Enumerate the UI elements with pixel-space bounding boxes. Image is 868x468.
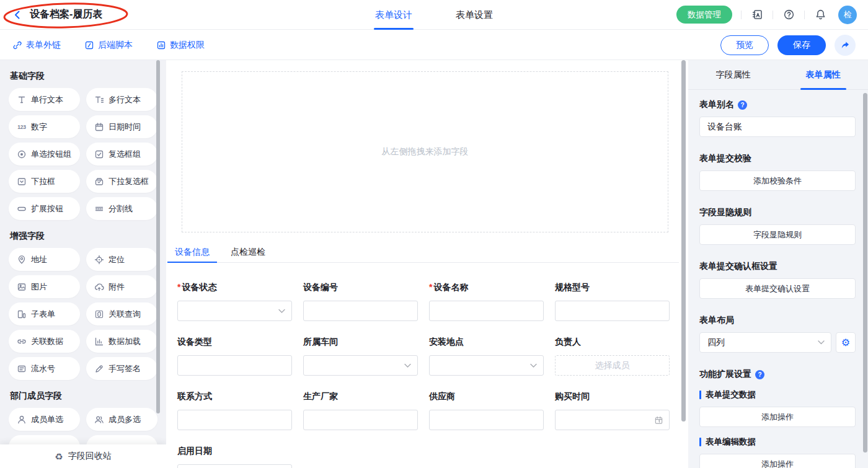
- form-layout-label: 表单布局: [699, 315, 856, 326]
- properties-panel: 字段属性 表单属性 表单别名 表单提交校验 添加校验条件 字段显隐规则 字段显隐…: [688, 60, 868, 468]
- submit-confirm-button[interactable]: 表单提交确认设置: [699, 278, 856, 299]
- pill-signature[interactable]: 手写签名: [86, 357, 157, 380]
- pill-multi-dropdown[interactable]: 下拉复选框: [86, 170, 157, 193]
- pill-image[interactable]: 图片: [9, 275, 80, 298]
- dropdown-icon: [17, 177, 27, 187]
- user-avatar[interactable]: 检: [838, 6, 857, 24]
- pill-location[interactable]: 定位: [86, 248, 157, 271]
- field-device-code[interactable]: 设备编号: [303, 282, 418, 321]
- field-workshop[interactable]: 所属车间: [303, 337, 418, 376]
- dropzone[interactable]: 从左侧拖拽来添加字段: [182, 71, 668, 232]
- contacts-icon[interactable]: [750, 8, 764, 22]
- edit-data-add-action-button[interactable]: 添加操作: [699, 454, 856, 468]
- pill-dropdown[interactable]: 下拉框: [9, 170, 80, 193]
- form-designer-app: 设备档案-履历表 表单设计 表单设置 数据管理 检: [0, 0, 868, 468]
- select-member-button[interactable]: 选择成员: [555, 355, 670, 376]
- device-status-select[interactable]: [177, 301, 292, 321]
- save-button[interactable]: 保存: [777, 35, 826, 55]
- install-location-select[interactable]: [429, 355, 544, 376]
- field-device-status[interactable]: *设备状态: [177, 282, 292, 321]
- pill-serial-number[interactable]: 流水号: [9, 357, 80, 380]
- pill-datetime[interactable]: 日期时间: [86, 115, 157, 138]
- pill-address[interactable]: 地址: [9, 248, 80, 271]
- form-external-link[interactable]: 表单外链: [12, 40, 61, 51]
- canvas-scrollbar[interactable]: [681, 60, 686, 422]
- field-contact[interactable]: 联系方式: [177, 391, 292, 430]
- subform-icon: [17, 309, 27, 319]
- back-button[interactable]: [11, 9, 24, 21]
- link-icon: [12, 40, 22, 50]
- panel-body: 表单别名 表单提交校验 添加校验条件 字段显隐规则 字段显隐规则 表单提交确认框…: [688, 90, 868, 468]
- data-load-icon: [94, 337, 104, 347]
- field-manufacturer[interactable]: 生产厂家: [303, 391, 418, 430]
- tab-inspection[interactable]: 点检巡检: [227, 247, 269, 262]
- submit-data-add-action-button[interactable]: 添加操作: [699, 407, 856, 427]
- data-permission-link[interactable]: 数据权限: [156, 40, 205, 51]
- multi-line-text-icon: [94, 95, 104, 105]
- pill-member-single[interactable]: 成员单选: [9, 408, 80, 431]
- data-manage-button[interactable]: 数据管理: [676, 6, 732, 24]
- field-purchase-time[interactable]: 购买时间: [555, 391, 670, 430]
- script-icon: [84, 40, 94, 50]
- field-device-type[interactable]: 设备类型: [177, 337, 292, 376]
- pill-extend-button[interactable]: 扩展按钮: [9, 197, 80, 220]
- pill-link-query[interactable]: 关联查询: [86, 302, 157, 325]
- supplier-input[interactable]: [429, 410, 544, 430]
- device-code-input[interactable]: [303, 301, 418, 321]
- manufacturer-input[interactable]: [303, 410, 418, 430]
- field-spec-model[interactable]: 规格型号: [555, 282, 670, 321]
- pill-divider[interactable]: 分割线: [86, 197, 157, 220]
- panel-scrollbar[interactable]: [863, 93, 867, 453]
- link-data-icon: [17, 337, 27, 347]
- layout-select[interactable]: 四列: [699, 332, 831, 353]
- page-title: 设备档案-履历表: [30, 8, 102, 21]
- layout-settings-button[interactable]: ⚙: [836, 332, 856, 353]
- pill-data-load[interactable]: 数据加载: [86, 330, 157, 353]
- signature-icon: [94, 364, 104, 374]
- field-install-location[interactable]: 安装地点: [429, 337, 544, 376]
- pill-number[interactable]: 123 数字: [9, 115, 80, 138]
- field-owner[interactable]: 负责人 选择成员: [555, 337, 670, 376]
- field-supplier[interactable]: 供应商: [429, 391, 544, 430]
- device-type-input[interactable]: [177, 355, 292, 376]
- canvas-form-tabs: 设备信息 点检巡检: [171, 247, 679, 263]
- pill-subform[interactable]: 子表单: [9, 302, 80, 325]
- field-recycle-bin[interactable]: ♻ 字段回收站: [0, 444, 166, 468]
- tab-form-design[interactable]: 表单设计: [374, 0, 414, 30]
- form-layout-row: 四列 ⚙: [699, 332, 856, 353]
- pill-member-multi[interactable]: 成员多选: [86, 408, 157, 431]
- chevron-down-icon: [404, 363, 411, 368]
- pill-attachment[interactable]: 附件: [86, 275, 157, 298]
- attachment-icon: [94, 282, 104, 292]
- notifications-bell-icon[interactable]: [813, 8, 827, 22]
- pill-radio-group[interactable]: 单选按钮组: [9, 143, 80, 166]
- sidebar-scrollbar[interactable]: [156, 60, 160, 413]
- form-alias-input[interactable]: [699, 117, 856, 137]
- preview-button[interactable]: 预览: [720, 35, 769, 55]
- add-validation-button[interactable]: 添加校验条件: [699, 170, 856, 191]
- pill-multi-line-text[interactable]: 多行文本: [86, 88, 157, 111]
- pill-checkbox-group[interactable]: 复选框组: [86, 143, 157, 166]
- field-visibility-button[interactable]: 字段显隐规则: [699, 224, 856, 245]
- field-device-name[interactable]: *设备名称: [429, 282, 544, 321]
- contact-input[interactable]: [177, 410, 292, 430]
- spec-model-input[interactable]: [555, 301, 670, 321]
- divider-icon: [94, 204, 104, 214]
- tab-device-info[interactable]: 设备信息: [171, 247, 213, 262]
- help-badge-icon[interactable]: [738, 100, 747, 110]
- tab-field-properties[interactable]: 字段属性: [688, 60, 778, 89]
- share-button[interactable]: [835, 35, 856, 56]
- pill-link-data[interactable]: 关联数据: [9, 330, 80, 353]
- help-badge-icon[interactable]: [755, 370, 764, 379]
- tab-form-properties[interactable]: 表单属性: [778, 60, 868, 89]
- enable-date-input[interactable]: [177, 464, 292, 468]
- backend-script-link[interactable]: 后端脚本: [84, 40, 133, 51]
- workshop-select[interactable]: [303, 355, 418, 376]
- tab-form-settings[interactable]: 表单设置: [454, 0, 494, 30]
- enhanced-fields-grid: 地址 定位 图片 附件 子表单: [9, 248, 157, 380]
- purchase-time-datepicker[interactable]: [555, 410, 670, 430]
- help-icon[interactable]: [782, 8, 795, 22]
- pill-single-line-text[interactable]: 单行文本: [9, 88, 80, 111]
- device-name-input[interactable]: [429, 301, 544, 321]
- field-enable-date[interactable]: 启用日期: [177, 446, 292, 468]
